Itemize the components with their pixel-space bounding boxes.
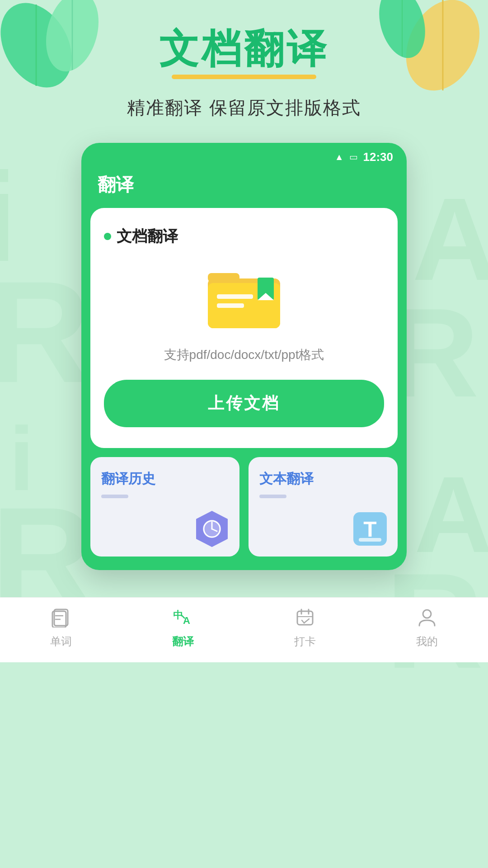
nav-label-translate: 翻译 [172, 634, 194, 649]
header: 文档翻译 精准翻译 保留原文排版格式 [0, 0, 488, 120]
svg-text:T: T [363, 517, 376, 541]
svg-point-36 [423, 610, 431, 618]
nav-label-profile: 我的 [416, 634, 438, 649]
svg-line-35 [304, 619, 309, 623]
signal-icon: ▲ [335, 152, 344, 162]
battery-icon: ▭ [349, 151, 358, 162]
text-translate-card-title: 文本翻译 [259, 471, 314, 486]
upload-button[interactable]: 上传文档 [104, 380, 384, 427]
main-title: 文档翻译 [0, 27, 488, 71]
history-card[interactable]: 翻译历史 [90, 457, 239, 557]
svg-rect-9 [208, 273, 239, 282]
title-underline [172, 75, 316, 79]
nav-item-vocabulary[interactable]: 单词 [0, 607, 122, 649]
doc-translate-section: 文档翻译 支持pdf/doc [104, 222, 384, 432]
nav-item-translate[interactable]: 中 A 翻译 [122, 607, 244, 649]
nav-item-checkin[interactable]: 打卡 [244, 607, 366, 649]
vocabulary-icon [51, 607, 71, 631]
profile-icon [417, 607, 437, 631]
history-card-bar [101, 495, 128, 498]
svg-rect-11 [217, 294, 253, 299]
nav-label-vocabulary: 单词 [50, 634, 72, 649]
bottom-nav: 单词 中 A 翻译 打卡 [0, 597, 488, 662]
green-dot [104, 233, 111, 240]
checkin-icon [295, 607, 315, 631]
text-translate-card-bar [259, 495, 286, 498]
text-translate-card[interactable]: 文本翻译 T [249, 457, 398, 557]
folder-icon-wrapper [104, 260, 384, 333]
history-card-title: 翻译历史 [101, 471, 155, 486]
text-translate-icon: T [350, 509, 390, 549]
app-topbar: 翻译 [81, 168, 407, 208]
folder-icon [203, 260, 285, 333]
status-bar: ▲ ▭ 12:30 [81, 143, 407, 168]
svg-rect-12 [217, 303, 244, 308]
app-topbar-title: 翻译 [98, 175, 134, 194]
nav-label-checkin: 打卡 [294, 634, 316, 649]
section-title: 文档翻译 [117, 226, 178, 247]
nav-item-profile[interactable]: 我的 [366, 607, 488, 649]
file-formats: 支持pdf/doc/docx/txt/ppt格式 [104, 346, 384, 363]
cards-row: 翻译历史 文本翻译 T [90, 457, 398, 557]
svg-text:A: A [183, 615, 190, 626]
history-icon [192, 509, 232, 549]
phone-mockup: ▲ ▭ 12:30 翻译 文档翻译 [81, 143, 407, 570]
svg-rect-22 [359, 538, 381, 542]
section-header: 文档翻译 [104, 226, 384, 247]
translate-nav-icon: 中 A [171, 607, 195, 631]
subtitle: 精准翻译 保留原文排版格式 [0, 95, 488, 120]
status-time: 12:30 [363, 150, 394, 164]
main-content-card: 文档翻译 支持pdf/doc [90, 208, 398, 448]
